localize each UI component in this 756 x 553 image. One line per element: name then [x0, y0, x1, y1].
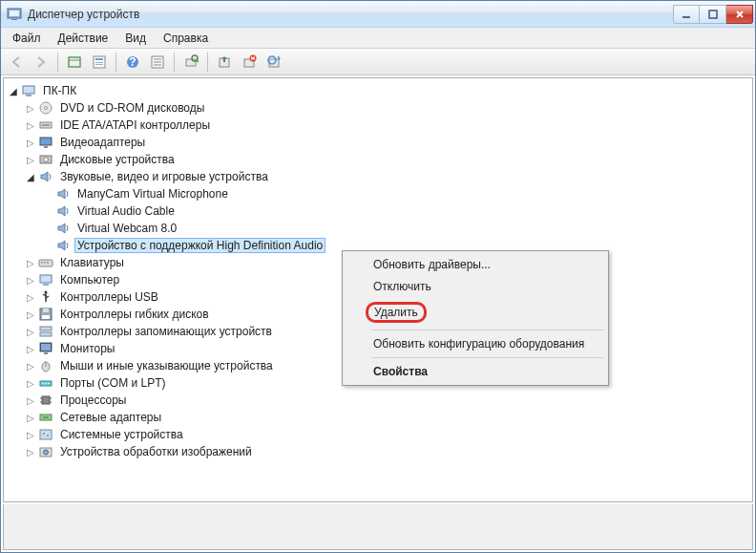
tree-label[interactable]: Virtual Webcam 8.0: [74, 221, 179, 236]
tree-node[interactable]: ▷IDE ATA/ATAPI контроллеры: [6, 117, 750, 134]
tree-node[interactable]: ▷Сетевые адаптеры: [6, 409, 750, 426]
tree-node[interactable]: ▷Дисковые устройства: [6, 151, 750, 168]
expand-toggle-icon[interactable]: ▷: [25, 412, 36, 423]
tree-label[interactable]: Видеоадаптеры: [57, 135, 148, 150]
context-update-drivers[interactable]: Обновить драйверы...: [345, 254, 606, 275]
toolbar-update-driver-button[interactable]: [213, 51, 236, 74]
expand-toggle-icon[interactable]: ▷: [25, 377, 36, 389]
svg-rect-17: [186, 59, 196, 66]
svg-rect-3: [682, 16, 690, 18]
context-disable[interactable]: Отключить: [345, 276, 606, 297]
highlight-annotation: Удалить: [366, 302, 427, 323]
tree-label[interactable]: Контроллеры USB: [57, 289, 161, 305]
minimize-button[interactable]: [673, 5, 700, 24]
expand-toggle-icon[interactable]: ▷: [25, 137, 36, 148]
svg-rect-31: [44, 146, 48, 148]
expand-toggle-icon[interactable]: ▷: [25, 343, 36, 354]
tree-label[interactable]: Дисковые устройства: [57, 152, 178, 167]
svg-rect-39: [43, 284, 49, 286]
menu-файл[interactable]: Файл: [5, 30, 49, 47]
toolbar-show-hidden-button[interactable]: [63, 51, 86, 74]
tree-node[interactable]: ◢Звуковые, видео и игровые устройства: [6, 168, 750, 185]
svg-rect-48: [41, 344, 51, 351]
expand-toggle-icon[interactable]: ▷: [25, 429, 36, 440]
titlebar[interactable]: Диспетчер устройств: [1, 1, 755, 28]
expand-toggle-icon[interactable]: ▷: [25, 119, 36, 131]
tree-node[interactable]: ▷DVD и CD-ROM дисководы: [6, 99, 750, 117]
cpu-icon: [38, 393, 53, 408]
expand-toggle-icon[interactable]: ▷: [25, 326, 36, 337]
tree-label[interactable]: Контроллеры запоминающих устройств: [57, 324, 275, 339]
collapse-toggle-icon[interactable]: ◢: [25, 171, 36, 182]
tree-node[interactable]: ▷Устройства обработки изображений: [6, 443, 750, 460]
svg-rect-44: [42, 315, 50, 319]
svg-point-54: [45, 383, 47, 385]
tree-label[interactable]: Клавиатуры: [57, 255, 127, 270]
svg-rect-36: [44, 262, 46, 264]
tree-label[interactable]: Устройство с поддержкой High Definition …: [74, 238, 326, 253]
svg-text:?: ?: [129, 55, 136, 69]
statusbar: [3, 504, 753, 550]
svg-rect-37: [47, 262, 49, 264]
expand-toggle-icon[interactable]: ▷: [25, 360, 36, 372]
tree-label[interactable]: Порты (COM и LPT): [57, 375, 169, 391]
tree-label[interactable]: Мыши и иные указывающие устройства: [57, 358, 276, 373]
system-icon: [38, 427, 53, 442]
tree-node[interactable]: ◢ПК-ПК: [6, 82, 750, 99]
expand-toggle-icon[interactable]: ▷: [25, 308, 36, 320]
menu-вид[interactable]: Вид: [117, 30, 154, 47]
expand-toggle-icon[interactable]: ▷: [25, 446, 36, 457]
svg-rect-62: [43, 416, 49, 418]
tree-label[interactable]: IDE ATA/ATAPI контроллеры: [57, 117, 213, 133]
tree-node[interactable]: ▷Процессоры: [6, 392, 750, 409]
tree-label[interactable]: Устройства обработки изображений: [57, 444, 255, 459]
toolbar-scan-hardware-button[interactable]: [179, 51, 202, 74]
menu-действие[interactable]: Действие: [51, 30, 116, 47]
svg-rect-10: [95, 64, 103, 65]
tree-node[interactable]: ▷Системные устройства: [6, 426, 750, 443]
svg-point-64: [43, 433, 45, 435]
expand-toggle-icon[interactable]: ▷: [25, 102, 36, 114]
menu-справка[interactable]: Справка: [156, 30, 216, 47]
toolbar-properties-button[interactable]: [88, 51, 111, 74]
tree-label[interactable]: Звуковые, видео и игровые устройства: [57, 169, 271, 184]
context-properties[interactable]: Свойства: [345, 361, 606, 382]
tree-label[interactable]: Сетевые адаптеры: [57, 410, 164, 425]
context-scan[interactable]: Обновить конфигурацию оборудования: [345, 333, 606, 354]
expand-toggle-icon[interactable]: ▷: [25, 154, 36, 165]
svg-rect-4: [709, 11, 717, 18]
expand-toggle-icon[interactable]: ▷: [25, 257, 36, 268]
tree-label[interactable]: Virtual Audio Cable: [74, 203, 178, 219]
context-uninstall[interactable]: Удалить: [345, 298, 606, 327]
tree-label[interactable]: Контроллеры гибких дисков: [57, 307, 212, 322]
tree-node[interactable]: ▷ManyCam Virtual Microphone: [6, 185, 750, 202]
tree-node[interactable]: ▷Virtual Audio Cable: [6, 202, 750, 220]
svg-rect-5: [69, 57, 80, 67]
expand-toggle-icon[interactable]: ▷: [25, 291, 36, 303]
expand-toggle-icon[interactable]: ▷: [25, 394, 36, 406]
toolbar-details-button[interactable]: [146, 51, 169, 74]
tree-node[interactable]: ▷Видеоадаптеры: [6, 134, 750, 151]
tree-node[interactable]: ▷Virtual Webcam 8.0: [6, 220, 750, 237]
svg-point-65: [47, 435, 49, 436]
svg-rect-63: [40, 430, 52, 439]
sound-icon: [38, 169, 53, 184]
close-button[interactable]: [726, 5, 753, 24]
tree-label[interactable]: Системные устройства: [57, 427, 186, 442]
tree-label[interactable]: Процессоры: [57, 393, 130, 408]
menubar: ФайлДействиеВидСправка: [1, 28, 755, 49]
tree-label[interactable]: Мониторы: [57, 341, 117, 356]
toolbar-uninstall-device-button[interactable]: [238, 51, 261, 74]
toolbar-help-button[interactable]: ?: [121, 51, 144, 74]
maximize-button[interactable]: [700, 5, 726, 24]
expand-toggle-icon[interactable]: ▷: [25, 274, 36, 286]
tree-label[interactable]: DVD и CD-ROM дисководы: [57, 100, 207, 116]
collapse-toggle-icon[interactable]: ◢: [8, 85, 19, 96]
tree-label[interactable]: ПК-ПК: [40, 83, 79, 98]
tree-label[interactable]: Компьютер: [57, 272, 122, 287]
tree-label[interactable]: ManyCam Virtual Microphone: [74, 186, 231, 202]
svg-rect-2: [11, 19, 17, 20]
context-menu: Обновить драйверы...ОтключитьУдалитьОбно…: [342, 250, 609, 386]
toolbar-disable-device-button[interactable]: [262, 51, 285, 74]
svg-rect-43: [43, 308, 49, 312]
